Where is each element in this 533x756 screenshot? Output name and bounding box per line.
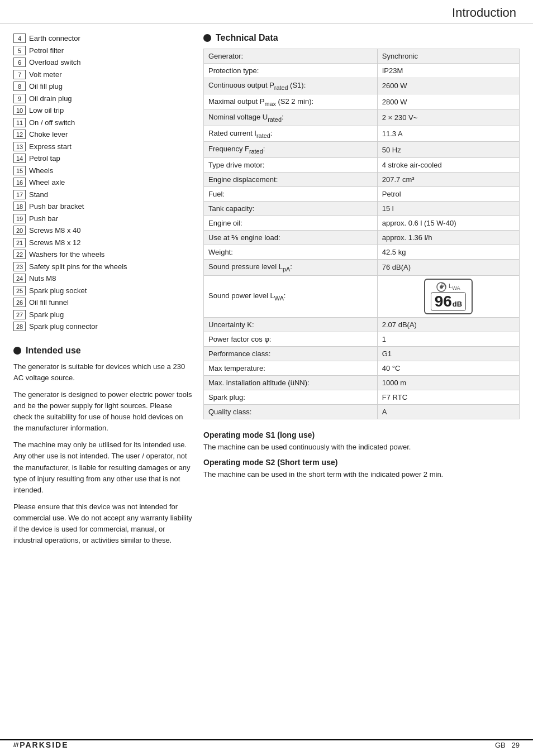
part-number: 16	[13, 178, 26, 187]
table-row: Sound power level LWA: LWA 96 dB	[204, 275, 520, 317]
part-label: Spark plug	[29, 309, 64, 320]
intended-use-title: Intended use	[13, 346, 192, 356]
table-cell-value: 4 stroke air-cooled	[377, 157, 519, 172]
part-label: Safety split pins for the wheels	[29, 261, 127, 272]
part-label: Petrol tap	[29, 153, 60, 164]
table-cell-label: Max temperature:	[204, 361, 378, 375]
list-item: 6Overload switch	[13, 57, 192, 68]
list-item: 5Petrol filter	[13, 45, 192, 56]
table-cell-label: Continuous output Prated (S1):	[204, 78, 378, 94]
table-cell-value: approx. 0.6 l (15 W-40)	[377, 216, 519, 230]
table-cell-value: IP23M	[377, 64, 519, 78]
part-label: Push bar bracket	[29, 201, 84, 212]
db-number-container: 96 dB	[431, 292, 467, 311]
part-number: 24	[13, 274, 26, 283]
list-item: 26Oil fill funnel	[13, 297, 192, 308]
intended-use-paragraph: The generator is suitable for devices wh…	[13, 361, 192, 384]
table-row: Weight:42.5 kg	[204, 245, 520, 259]
table-cell-value: 15 l	[377, 201, 519, 216]
intended-use-text: The generator is suitable for devices wh…	[13, 361, 192, 547]
table-cell-label: Use at ⅔ engine load:	[204, 230, 378, 245]
table-cell-value: Synchronic	[377, 49, 519, 64]
table-row: Frequency Frated:50 Hz	[204, 142, 520, 158]
part-number: 13	[13, 142, 26, 151]
right-column: Technical Data Generator:SynchronicProte…	[203, 33, 520, 552]
list-item: 23Safety split pins for the wheels	[13, 261, 192, 272]
table-cell-value: F7 RTC	[377, 390, 519, 404]
part-number: 18	[13, 202, 26, 211]
list-item: 17Stand	[13, 189, 192, 200]
table-row: Max. installation altitude (üNN):1000 m	[204, 375, 520, 390]
part-label: Overload switch	[29, 57, 80, 68]
table-row: Nominal voltage Urated:2 × 230 V~	[204, 110, 520, 126]
table-cell-value: 1000 m	[377, 375, 519, 390]
technical-data-title: Technical Data	[203, 33, 520, 43]
part-number: 19	[13, 214, 26, 223]
table-row: Rated current Irated:11.3 A	[204, 126, 520, 142]
table-cell-label: Spark plug:	[204, 390, 378, 404]
table-cell-label: Max. installation altitude (üNN):	[204, 375, 378, 390]
table-cell-value: approx. 1.36 l/h	[377, 230, 519, 245]
part-number: 11	[13, 118, 26, 127]
table-cell-label: Protection type:	[204, 64, 378, 78]
part-label: Screws M8 x 12	[29, 237, 80, 248]
table-cell-value: LWA 96 dB	[377, 275, 519, 317]
table-cell-value: A	[377, 404, 519, 419]
part-label: Oil drain plug	[29, 93, 72, 104]
intended-use-paragraph: Please ensure that this device was not i…	[13, 501, 192, 547]
table-row: Power factor cos φ:1	[204, 332, 520, 346]
part-number: 27	[13, 310, 26, 319]
table-row: Use at ⅔ engine load:approx. 1.36 l/h	[204, 230, 520, 245]
table-cell-value: 2800 W	[377, 94, 519, 110]
brand-text: PARKSIDE	[20, 740, 68, 749]
part-label: Spark plug socket	[29, 285, 87, 296]
part-number: 8	[13, 82, 26, 91]
table-cell-label: Sound power level LWA:	[204, 275, 378, 317]
page-header: Introduction	[0, 0, 533, 24]
section-dot	[13, 347, 21, 355]
table-cell-label: Maximal output Pmax (S2 2 min):	[204, 94, 378, 110]
list-item: 20Screws M8 x 40	[13, 225, 192, 236]
table-cell-value: 50 Hz	[377, 142, 519, 158]
list-item: 4Earth connector	[13, 33, 192, 44]
part-number: 25	[13, 286, 26, 295]
list-item: 18Push bar bracket	[13, 201, 192, 212]
list-item: 24Nuts M8	[13, 273, 192, 284]
table-row: Max temperature:40 °C	[204, 361, 520, 375]
table-cell-value: 2.07 dB(A)	[377, 317, 519, 332]
sound-icon	[436, 282, 446, 292]
list-item: 15Wheels	[13, 165, 192, 176]
part-number: 22	[13, 250, 26, 259]
list-item: 11On / off switch	[13, 117, 192, 128]
db-badge: LWA 96 dB	[424, 279, 473, 314]
table-cell-value: 2600 W	[377, 78, 519, 94]
part-label: Choke lever	[29, 129, 68, 140]
part-number: 26	[13, 298, 26, 307]
table-cell-label: Nominal voltage Urated:	[204, 110, 378, 126]
table-row: Maximal output Pmax (S2 2 min):2800 W	[204, 94, 520, 110]
op-mode-text: The machine can be used continuously wit…	[203, 442, 520, 453]
intended-use-section: Intended use The generator is suitable f…	[13, 346, 192, 547]
table-cell-label: Type drive motor:	[204, 157, 378, 172]
part-number: 9	[13, 94, 26, 103]
intended-use-paragraph: The machine may only be utilised for its…	[13, 439, 192, 496]
list-item: 16Wheel axle	[13, 177, 192, 188]
part-label: Wheels	[29, 165, 53, 176]
list-item: 12Choke lever	[13, 129, 192, 140]
list-item: 21Screws M8 x 12	[13, 237, 192, 248]
part-label: Push bar	[29, 213, 58, 224]
table-cell-label: Performance class:	[204, 346, 378, 361]
table-cell-value: 40 °C	[377, 361, 519, 375]
list-item: 13Express start	[13, 141, 192, 152]
part-label: Petrol filter	[29, 45, 64, 56]
technical-data-section: Technical Data Generator:SynchronicProte…	[203, 33, 520, 480]
list-item: 8Oil fill plug	[13, 81, 192, 92]
part-number: 5	[13, 46, 26, 55]
parts-list: 4Earth connector5Petrol filter6Overload …	[13, 33, 192, 332]
table-cell-value: 42.5 kg	[377, 245, 519, 259]
part-label: Nuts M8	[29, 273, 56, 284]
table-cell-label: Tank capacity:	[204, 201, 378, 216]
table-cell-value: G1	[377, 346, 519, 361]
technical-data-table: Generator:SynchronicProtection type:IP23…	[203, 49, 520, 419]
tech-section-dot	[203, 34, 211, 42]
